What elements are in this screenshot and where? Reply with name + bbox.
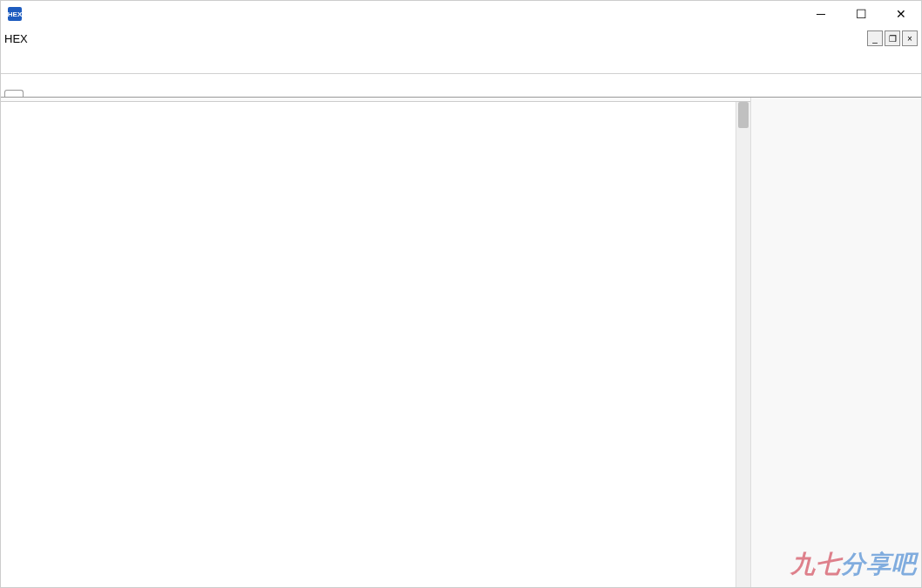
mdi-restore-button[interactable]: ❐ — [885, 30, 900, 46]
mdi-close-button[interactable]: × — [902, 30, 918, 46]
toolbar — [1, 50, 921, 74]
app-icon: HEX — [8, 7, 22, 21]
minimize-button[interactable]: ─ — [801, 1, 841, 27]
close-button[interactable]: ✕ — [881, 1, 921, 27]
menubar: HEX _ ❐ × — [1, 27, 921, 50]
hex-body[interactable] — [1, 102, 750, 587]
mdi-minimize-button[interactable]: _ — [867, 30, 883, 46]
maximize-button[interactable]: ☐ — [841, 1, 881, 27]
scrollbar-thumb[interactable] — [738, 102, 749, 128]
hex-scrollbar[interactable] — [736, 102, 750, 587]
tabbar — [1, 74, 921, 97]
hex-editor-pane — [1, 98, 750, 587]
titlebar: HEX ─ ☐ ✕ — [1, 1, 921, 27]
info-pane — [750, 98, 921, 587]
menu-app-icon: HEX — [4, 32, 28, 45]
